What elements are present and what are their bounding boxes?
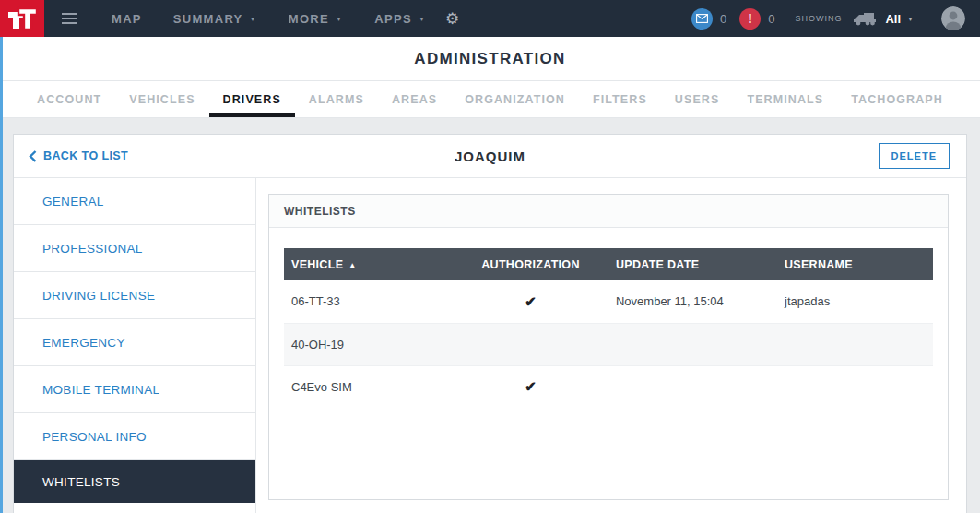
chevron-down-icon: ▼ (336, 16, 343, 22)
fleet-filter-dropdown[interactable]: All ▼ (885, 12, 914, 26)
alerts-count: 0 (768, 12, 774, 26)
sort-ascending-icon: ▲ (348, 261, 356, 269)
tab-label: TACHOGRAPH (851, 93, 943, 106)
sidebar-item-label: MOBILE TERMINAL (42, 383, 159, 397)
tab-alarms[interactable]: ALARMS (295, 81, 378, 117)
messages-icon[interactable] (691, 8, 713, 30)
tab-tachograph[interactable]: TACHOGRAPH (837, 81, 957, 117)
exclamation-icon: ! (748, 11, 752, 26)
chevron-down-icon: ▼ (250, 16, 257, 22)
page-body: BACK TO LIST JOAQUIM DELETE GENERAL PROF… (0, 118, 980, 513)
delete-button[interactable]: DELETE (879, 143, 950, 169)
tab-label: VEHICLES (129, 93, 195, 106)
page-title: ADMINISTRATION (414, 50, 565, 68)
tab-label: ORGANIZATION (465, 93, 565, 106)
back-to-list-link[interactable]: BACK TO LIST (29, 135, 128, 177)
cell-username: jtapadas (777, 280, 933, 323)
cell-username (777, 365, 933, 408)
column-label: AUTHORIZATION (481, 258, 579, 271)
admin-tabs: ACCOUNT VEHICLES DRIVERS ALARMS AREAS OR… (0, 81, 980, 118)
cell-username (777, 323, 933, 365)
cell-update-date: November 11, 15:04 (608, 280, 777, 323)
tab-filters[interactable]: FILTERS (579, 81, 661, 117)
tab-organization[interactable]: ORGANIZATION (451, 81, 579, 117)
panel-title: WHITELISTS (284, 205, 356, 218)
tab-users[interactable]: USERS (661, 81, 734, 117)
page-title-bar: ADMINISTRATION (0, 37, 980, 81)
cell-update-date (608, 323, 777, 365)
envelope-icon (696, 14, 708, 23)
sidebar-item-label: PERSONAL INFO (42, 430, 147, 444)
cell-authorization-check-icon[interactable] (453, 323, 608, 365)
frotcom-logo[interactable] (0, 0, 44, 37)
column-header-vehicle[interactable]: VEHICLE▲ (284, 248, 453, 280)
sidebar-item-driving-license[interactable]: DRIVING LICENSE (14, 272, 255, 319)
table-row[interactable]: 40-OH-19 (284, 323, 933, 365)
nav-item-more[interactable]: MORE ▼ (273, 0, 359, 37)
menu-icon[interactable] (58, 9, 81, 28)
sidebar-item-personal-info[interactable]: PERSONAL INFO (14, 413, 255, 460)
column-header-update-date[interactable]: UPDATE DATE (608, 248, 777, 280)
table-row[interactable]: C4Evo SIM ✔ (284, 365, 933, 408)
gear-icon[interactable]: ⚙ (445, 9, 459, 29)
tab-terminals[interactable]: TERMINALS (733, 81, 837, 117)
main-nav: MAP SUMMARY ▼ MORE ▼ APPS ▼ ⚙ (96, 0, 459, 37)
driver-name-title: JOAQUIM (455, 149, 525, 164)
topbar-right: 0 ! 0 SHOWING All ▼ (691, 6, 980, 30)
sidebar-item-general[interactable]: GENERAL (14, 178, 255, 225)
left-accent-edge (0, 37, 3, 513)
column-label: UPDATE DATE (616, 258, 699, 271)
sidebar-item-label: WHITELISTS (42, 475, 120, 489)
sidebar-item-professional[interactable]: PROFESSIONAL (14, 225, 255, 272)
sidebar-item-mobile-terminal[interactable]: MOBILE TERMINAL (14, 366, 255, 413)
showing-label: SHOWING (795, 14, 842, 23)
chevron-down-icon: ▼ (907, 16, 914, 22)
whitelists-table-wrap: VEHICLE▲ AUTHORIZATION UPDATE DATE USERN… (284, 248, 933, 408)
chevron-down-icon: ▼ (419, 16, 426, 22)
tab-label: ACCOUNT (37, 93, 101, 106)
fleet-filter-value: All (885, 12, 901, 26)
tab-account[interactable]: ACCOUNT (23, 81, 115, 117)
column-header-username[interactable]: USERNAME (777, 248, 933, 280)
driver-detail-card: BACK TO LIST JOAQUIM DELETE GENERAL PROF… (13, 134, 967, 513)
sidebar-item-emergency[interactable]: EMERGENCY (14, 319, 255, 366)
nav-label: SUMMARY (173, 12, 243, 26)
sidebar-item-label: GENERAL (42, 195, 104, 209)
cell-authorization-check-icon[interactable]: ✔ (453, 280, 608, 323)
cell-vehicle: 06-TT-33 (284, 280, 453, 323)
back-label: BACK TO LIST (43, 149, 128, 162)
vehicle-filter-icon (853, 11, 878, 26)
sidebar-item-label: EMERGENCY (42, 336, 125, 350)
tab-label: USERS (675, 93, 720, 106)
alerts-icon[interactable]: ! (739, 8, 761, 30)
sidebar-item-label: PROFESSIONAL (42, 242, 143, 256)
nav-label: MORE (289, 12, 329, 26)
nav-label: APPS (374, 12, 412, 26)
nav-item-summary[interactable]: SUMMARY ▼ (158, 0, 273, 37)
whitelists-table: VEHICLE▲ AUTHORIZATION UPDATE DATE USERN… (284, 248, 933, 408)
logo-t-icon (5, 4, 40, 33)
nav-item-apps[interactable]: APPS ▼ (359, 0, 442, 37)
nav-item-map[interactable]: MAP (96, 0, 158, 37)
detail-body: GENERAL PROFESSIONAL DRIVING LICENSE EME… (14, 178, 966, 513)
whitelists-panel: WHITELISTS VEHICLE▲ AUTHORIZATION (268, 194, 949, 500)
avatar[interactable] (941, 6, 965, 30)
detail-content: WHITELISTS VEHICLE▲ AUTHORIZATION (256, 178, 966, 513)
table-row[interactable]: 06-TT-33 ✔ November 11, 15:04 jtapadas (284, 280, 933, 323)
tab-drivers[interactable]: DRIVERS (209, 81, 295, 117)
cell-vehicle: 40-OH-19 (284, 323, 453, 365)
cell-authorization-check-icon[interactable]: ✔ (453, 365, 608, 408)
chevron-left-icon (29, 150, 37, 162)
cell-vehicle: C4Evo SIM (284, 365, 453, 408)
tab-label: AREAS (392, 93, 437, 106)
messages-count: 0 (720, 12, 726, 26)
detail-header: BACK TO LIST JOAQUIM DELETE (14, 135, 966, 178)
tab-label: TERMINALS (747, 93, 823, 106)
tab-label: ALARMS (309, 93, 364, 106)
sidebar-item-whitelists[interactable]: WHITELISTS (14, 460, 255, 503)
whitelists-panel-header: WHITELISTS (269, 195, 948, 228)
tab-vehicles[interactable]: VEHICLES (115, 81, 208, 117)
table-header-row: VEHICLE▲ AUTHORIZATION UPDATE DATE USERN… (284, 248, 933, 280)
tab-areas[interactable]: AREAS (378, 81, 451, 117)
column-header-authorization[interactable]: AUTHORIZATION (453, 248, 608, 280)
